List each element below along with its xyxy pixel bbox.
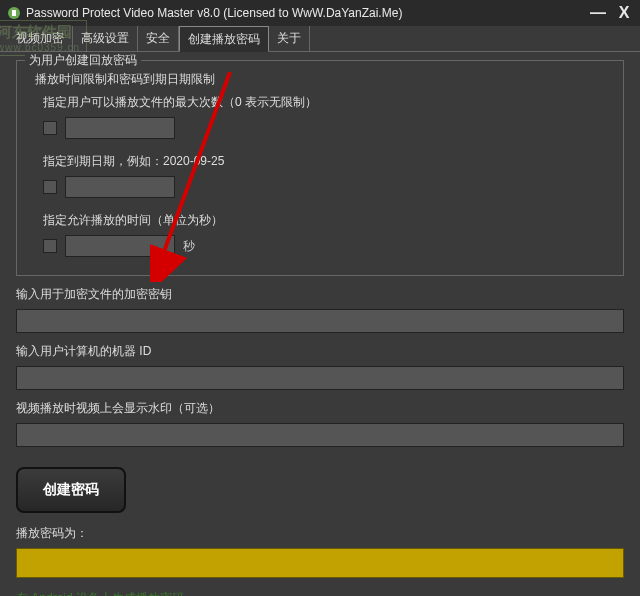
app-window: Password Protect Video Master v8.0 (Lice… bbox=[0, 0, 640, 596]
watermark-field-label: 视频播放时视频上会显示水印（可选） bbox=[16, 400, 624, 417]
close-button[interactable]: X bbox=[614, 4, 634, 22]
window-title: Password Protect Video Master v8.0 (Lice… bbox=[26, 6, 402, 20]
expire-row bbox=[43, 176, 611, 198]
titlebar-left: Password Protect Video Master v8.0 (Lice… bbox=[6, 5, 402, 21]
machine-id-input[interactable] bbox=[16, 366, 624, 390]
window-controls: — X bbox=[588, 4, 634, 22]
app-icon bbox=[6, 5, 22, 21]
max-plays-row bbox=[43, 117, 611, 139]
tab-security[interactable]: 安全 bbox=[138, 26, 179, 51]
limit-heading: 播放时间限制和密码到期日期限制 bbox=[35, 71, 611, 88]
titlebar: Password Protect Video Master v8.0 (Lice… bbox=[0, 0, 640, 26]
encrypt-key-input[interactable] bbox=[16, 309, 624, 333]
max-plays-checkbox[interactable] bbox=[43, 121, 57, 135]
expire-label: 指定到期日期，例如：2020-09-25 bbox=[43, 153, 611, 170]
encrypt-key-label: 输入用于加密文件的加密密钥 bbox=[16, 286, 624, 303]
groupbox-title: 为用户创建回放密码 bbox=[25, 52, 141, 69]
create-password-button[interactable]: 创建密码 bbox=[16, 467, 126, 513]
duration-checkbox[interactable] bbox=[43, 239, 57, 253]
duration-suffix: 秒 bbox=[183, 238, 195, 255]
max-plays-input[interactable] bbox=[65, 117, 175, 139]
output-label: 播放密码为： bbox=[16, 525, 624, 542]
tab-create-password[interactable]: 创建播放密码 bbox=[179, 26, 269, 52]
expire-input[interactable] bbox=[65, 176, 175, 198]
machine-id-label: 输入用户计算机的机器 ID bbox=[16, 343, 624, 360]
max-plays-label: 指定用户可以播放文件的最大次数（0 表示无限制） bbox=[43, 94, 611, 111]
expire-checkbox[interactable] bbox=[43, 180, 57, 194]
playback-password-group: 为用户创建回放密码 播放时间限制和密码到期日期限制 指定用户可以播放文件的最大次… bbox=[16, 60, 624, 276]
duration-row: 秒 bbox=[43, 235, 611, 257]
password-output[interactable] bbox=[16, 548, 624, 578]
tab-advanced[interactable]: 高级设置 bbox=[73, 26, 138, 51]
tab-bar: 视频加密 高级设置 安全 创建播放密码 关于 bbox=[0, 26, 640, 52]
duration-input[interactable] bbox=[65, 235, 175, 257]
minimize-button[interactable]: — bbox=[588, 4, 608, 22]
watermark-input[interactable] bbox=[16, 423, 624, 447]
tab-video-encrypt[interactable]: 视频加密 bbox=[8, 26, 73, 51]
duration-label: 指定允许播放的时间（单位为秒） bbox=[43, 212, 611, 229]
svg-rect-1 bbox=[12, 10, 16, 16]
tab-about[interactable]: 关于 bbox=[269, 26, 310, 51]
android-link[interactable]: 在 Android 设备上生成播放密码 bbox=[16, 590, 184, 596]
content-area: 为用户创建回放密码 播放时间限制和密码到期日期限制 指定用户可以播放文件的最大次… bbox=[0, 52, 640, 596]
